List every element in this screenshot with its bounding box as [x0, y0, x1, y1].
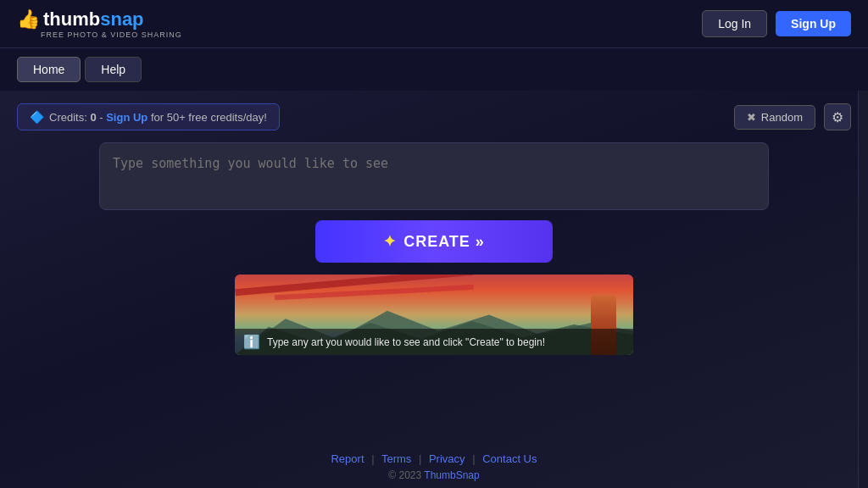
create-star-icon: ✦ — [383, 232, 397, 251]
credits-signup-link[interactable]: Sign Up — [106, 111, 147, 124]
gear-button[interactable]: ⚙ — [824, 103, 851, 130]
logo-main: 👍 thumbsnap — [17, 8, 144, 30]
header-buttons: Log In Sign Up — [702, 10, 851, 37]
nav: Home Help — [0, 47, 868, 91]
brand-link[interactable]: ThumbSnap — [424, 469, 479, 481]
help-nav-button[interactable]: Help — [85, 57, 142, 82]
signup-button[interactable]: Sign Up — [776, 11, 851, 36]
preview-area: ℹ️ Type any art you would like to see an… — [235, 274, 633, 355]
credits-bar: 🔷 Credits: 0 - Sign Up for 50+ free cred… — [17, 103, 851, 130]
terms-link[interactable]: Terms — [381, 452, 411, 465]
random-button[interactable]: ✖ Random — [734, 105, 815, 130]
credits-right: ✖ Random ⚙ — [734, 103, 851, 130]
home-nav-button[interactable]: Home — [17, 57, 81, 82]
preview-overlay-text: Type any art you would like to see and c… — [267, 336, 545, 348]
create-button-label: CREATE » — [403, 233, 485, 251]
footer-links: Report | Terms | Privacy | Contact Us — [0, 452, 868, 465]
logo-sub: FREE PHOTO & VIDEO SHARING — [41, 30, 182, 39]
report-link[interactable]: Report — [331, 452, 364, 465]
main: 🔷 Credits: 0 - Sign Up for 50+ free cred… — [0, 91, 868, 442]
logo-icon: 👍 — [17, 8, 40, 30]
diamond-icon: 🔷 — [30, 110, 44, 124]
privacy-link[interactable]: Privacy — [429, 452, 465, 465]
logo-area: 👍 thumbsnap FREE PHOTO & VIDEO SHARING — [17, 8, 182, 39]
page-wrapper: 👍 thumbsnap FREE PHOTO & VIDEO SHARING L… — [0, 0, 868, 488]
footer: Report | Terms | Privacy | Contact Us © … — [0, 442, 868, 488]
preview-overlay: ℹ️ Type any art you would like to see an… — [235, 329, 633, 355]
random-icon: ✖ — [747, 111, 756, 124]
logo: 👍 thumbsnap FREE PHOTO & VIDEO SHARING — [17, 8, 182, 39]
login-button[interactable]: Log In — [702, 10, 767, 37]
credits-info: 🔷 Credits: 0 - Sign Up for 50+ free cred… — [17, 103, 280, 130]
preview-info-icon: ℹ️ — [243, 334, 260, 350]
logo-text: thumbsnap — [43, 8, 144, 30]
create-button[interactable]: ✦ CREATE » — [315, 220, 553, 263]
header: 👍 thumbsnap FREE PHOTO & VIDEO SHARING L… — [0, 0, 868, 47]
gear-icon: ⚙ — [832, 109, 843, 125]
credits-text: Credits: 0 - Sign Up for 50+ free credit… — [49, 111, 267, 124]
footer-copyright: © 2023 ThumbSnap — [0, 469, 868, 481]
contact-link[interactable]: Contact Us — [482, 452, 537, 465]
prompt-input[interactable] — [99, 142, 769, 210]
